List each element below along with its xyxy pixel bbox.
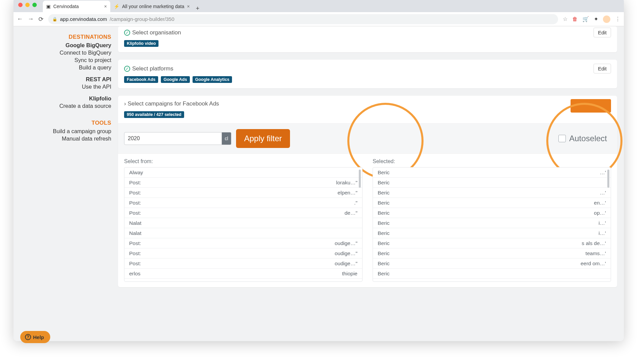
- list-item[interactable]: Post:.": [124, 279, 362, 282]
- sidebar-item[interactable]: Sync to project: [13, 57, 111, 63]
- list-item[interactable]: Post:de…": [124, 208, 362, 218]
- sidebar-item[interactable]: Build a query: [13, 64, 111, 71]
- list-item[interactable]: erlosthiopie: [124, 269, 362, 279]
- list-item-left: Beric: [378, 200, 389, 206]
- traffic-zoom-icon[interactable]: [32, 3, 37, 7]
- forward-icon[interactable]: →: [28, 16, 34, 23]
- reload-icon[interactable]: ⟳: [38, 16, 44, 23]
- orange-button-peek[interactable]: [571, 99, 611, 113]
- list-item[interactable]: Alway: [124, 168, 362, 178]
- list-item-left: Beric: [378, 230, 389, 236]
- sidebar-item[interactable]: Create a data source: [13, 103, 111, 109]
- list-item-right: …': [600, 170, 606, 176]
- list-item[interactable]: Post:oudige…": [124, 238, 362, 248]
- tab-inactive[interactable]: ⚡ All your online marketing data ×: [110, 1, 193, 12]
- autoselect-group[interactable]: Autoselect: [558, 134, 607, 143]
- traffic-close-icon[interactable]: [18, 3, 23, 7]
- list-item-right: .": [354, 200, 357, 206]
- ext-cart-icon[interactable]: 🛒: [582, 16, 589, 22]
- platform-pill: Facebook Ads: [124, 76, 158, 83]
- card-organisation: ✓ Select organisation Edit Klipfolio vid…: [118, 26, 617, 52]
- tab-strip: ▣ Cervinodata × ⚡ All your online market…: [43, 0, 199, 12]
- list-item[interactable]: Bericen…': [373, 198, 611, 208]
- list-item[interactable]: Beric: [373, 269, 611, 279]
- chevron-right-icon[interactable]: ›: [124, 100, 126, 107]
- clear-label: cl: [225, 136, 228, 141]
- list-item[interactable]: Berici…': [373, 218, 611, 228]
- list-item[interactable]: Nalat: [124, 218, 362, 228]
- list-item[interactable]: Post:elpen…": [124, 188, 362, 198]
- list-item[interactable]: Post:oudige…": [124, 259, 362, 269]
- selected-list[interactable]: Beric…'BericBeric…'Bericen…'Bericop…'Ber…: [373, 167, 611, 282]
- list-item[interactable]: Nalat: [124, 228, 362, 238]
- platform-pill: Google Ads: [161, 76, 190, 83]
- apply-filter-button[interactable]: Apply filter: [236, 129, 290, 148]
- list-item[interactable]: Bericeerd om…': [373, 259, 611, 269]
- list-item[interactable]: Beric: [373, 178, 611, 188]
- list-item[interactable]: Bericteams…': [373, 248, 611, 259]
- sidebar-item[interactable]: Manual data refresh: [13, 135, 111, 142]
- list-item-left: Beric: [378, 220, 389, 226]
- sidebar-item[interactable]: Google BigQuery: [13, 42, 111, 49]
- tab-favicon-icon: ⚡: [114, 4, 119, 9]
- sidebar-item[interactable]: REST API: [13, 76, 111, 83]
- list-item-right: oudige…": [335, 240, 357, 246]
- list-item-right: i…': [599, 230, 606, 236]
- ext-trash-icon[interactable]: 🗑: [572, 16, 578, 22]
- list-item[interactable]: Bericoe je dat?': [373, 279, 611, 282]
- close-icon[interactable]: ×: [187, 4, 190, 9]
- list-item[interactable]: Berics als de…': [373, 238, 611, 248]
- list-item-left: Alway: [129, 170, 143, 176]
- list-item[interactable]: Post:loraku…": [124, 178, 362, 188]
- sidebar-item[interactable]: Klipfolio: [13, 95, 111, 102]
- selected-column: Selected: Beric…'BericBeric…'Bericen…'Be…: [373, 156, 611, 282]
- list-item[interactable]: Bericop…': [373, 208, 611, 218]
- list-label: Selected:: [373, 158, 611, 164]
- list-item[interactable]: Post:oudige…": [124, 248, 362, 259]
- list-item-right: loraku…": [336, 180, 357, 186]
- profile-avatar-icon[interactable]: [603, 16, 610, 23]
- edit-button[interactable]: Edit: [593, 64, 611, 73]
- list-item[interactable]: Beric…': [373, 188, 611, 198]
- sidebar-item[interactable]: Use the API: [13, 84, 111, 90]
- sidebar-item[interactable]: Connect to BigQuery: [13, 50, 111, 56]
- clear-button[interactable]: cl: [222, 132, 231, 145]
- close-icon[interactable]: ×: [104, 4, 107, 9]
- list-item-left: Post:: [129, 180, 141, 186]
- filter-input[interactable]: [124, 132, 222, 145]
- list-item-left: Post:: [129, 240, 141, 246]
- url-host: app.cervinodata.com: [60, 16, 107, 22]
- tab-active[interactable]: ▣ Cervinodata ×: [43, 1, 110, 12]
- select-from-column: Select from: AlwayPost:loraku…"Post:elpe…: [124, 156, 362, 282]
- list-item[interactable]: Post:.": [124, 198, 362, 208]
- new-tab-icon[interactable]: +: [196, 5, 200, 12]
- kebab-icon[interactable]: ⋮: [615, 16, 620, 22]
- scrollbar-thumb-icon[interactable]: [607, 170, 609, 188]
- list-item-right: de…": [345, 210, 357, 216]
- autoselect-checkbox[interactable]: [558, 135, 566, 142]
- scrollbar-thumb-icon[interactable]: [359, 170, 361, 188]
- omnibox[interactable]: 🔒 app.cervinodata.com /campaign-group-bu…: [48, 14, 558, 24]
- select-from-list[interactable]: AlwayPost:loraku…"Post:elpen…"Post:."Pos…: [124, 167, 362, 282]
- card-title: Select platforms: [132, 65, 173, 72]
- list-item-right: op…': [594, 210, 606, 216]
- url-path: /campaign-group-builder/350: [110, 16, 174, 22]
- list-item-left: Beric: [378, 180, 389, 186]
- platform-pill: Google Analytics: [193, 76, 232, 83]
- lock-icon: 🔒: [52, 17, 57, 22]
- card-platforms: ✓ Select platforms Edit Facebook Ads Goo…: [118, 60, 617, 88]
- sidebar: DESTINATIONS Google BigQuery Connect to …: [13, 26, 118, 341]
- nav-group-title: TOOLS: [13, 120, 111, 126]
- edit-button[interactable]: Edit: [593, 28, 611, 37]
- extensions-icon[interactable]: ✦: [594, 16, 598, 22]
- help-button[interactable]: ? Help: [20, 331, 50, 343]
- list-item-left: Nalat: [129, 220, 141, 226]
- traffic-minimize-icon[interactable]: [25, 3, 30, 7]
- address-bar: ← → ⟳ 🔒 app.cervinodata.com /campaign-gr…: [13, 12, 624, 26]
- sidebar-item[interactable]: Build a campaign group: [13, 128, 111, 134]
- star-icon[interactable]: ☆: [563, 16, 568, 22]
- help-label: Help: [33, 334, 44, 340]
- list-item[interactable]: Beric…': [373, 168, 611, 178]
- back-icon[interactable]: ←: [17, 16, 23, 23]
- list-item[interactable]: Berici…': [373, 228, 611, 238]
